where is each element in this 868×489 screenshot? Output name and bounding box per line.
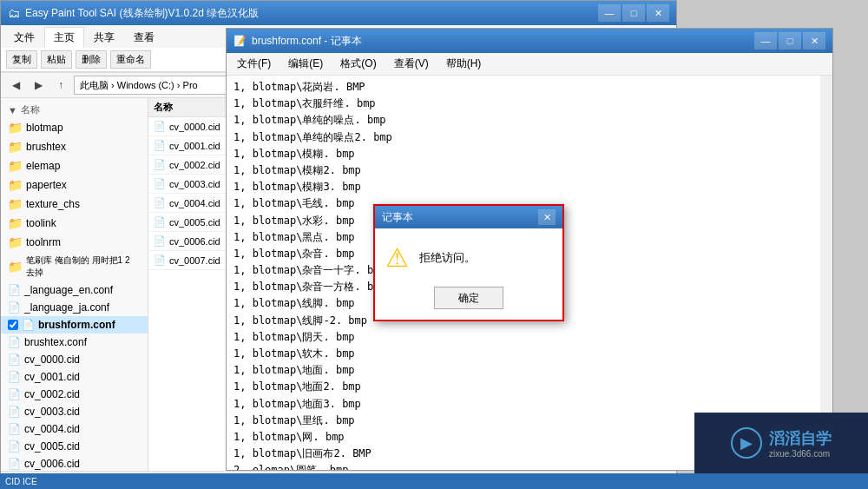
dialog-close-button[interactable]: ✕ [538,209,556,225]
dialog-buttons: 确定 [375,281,562,320]
dialog-title-bar: 记事本 ✕ [375,206,562,228]
dialog-overlay: 记事本 ✕ ⚠ 拒绝访问。 确定 [0,0,868,489]
dialog-ok-button[interactable]: 确定 [434,287,503,309]
warning-icon: ⚠ [385,242,409,273]
taskbar-label: CID ICE [5,477,37,486]
dialog-message: 拒绝访问。 [419,250,476,266]
dialog-title: 记事本 [382,210,413,225]
dialog-box: 记事本 ✕ ⚠ 拒绝访问。 确定 [373,204,564,321]
dialog-body: ⚠ 拒绝访问。 [375,228,562,281]
taskbar: CID ICE [0,473,868,489]
